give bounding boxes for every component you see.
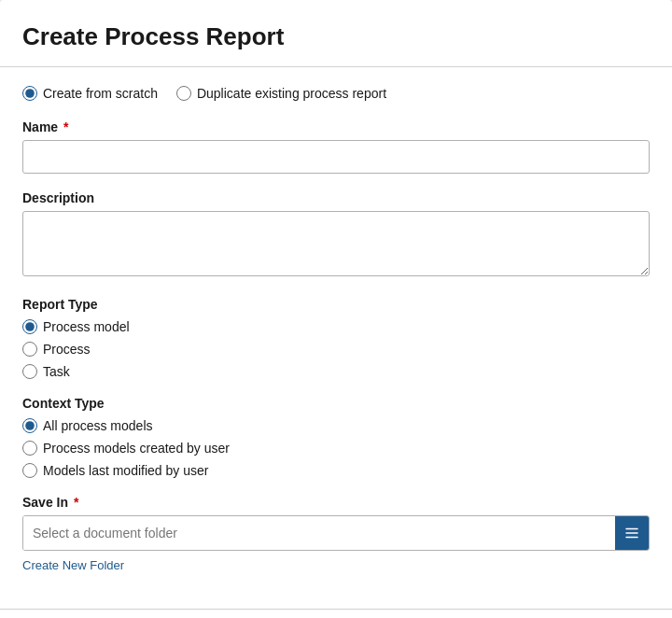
context-process-models-by-user-radio[interactable] bbox=[22, 441, 37, 456]
report-type-process-label: Process bbox=[43, 342, 91, 357]
context-all-process-models[interactable]: All process models bbox=[22, 418, 650, 433]
svg-rect-0 bbox=[625, 528, 638, 530]
save-in-group: Save In * Create New Folder bbox=[22, 495, 650, 573]
create-from-scratch-label: Create from scratch bbox=[43, 86, 158, 101]
save-in-label: Save In * bbox=[22, 495, 650, 510]
modal-header: Create Process Report bbox=[0, 0, 672, 67]
name-required-indicator: * bbox=[60, 119, 68, 134]
modal-footer: CANCEL CREATE bbox=[0, 609, 672, 618]
create-process-report-modal: Create Process Report Create from scratc… bbox=[0, 0, 672, 618]
description-label: Description bbox=[22, 190, 650, 205]
creation-type-group: Create from scratch Duplicate existing p… bbox=[22, 86, 650, 101]
report-type-process-model-radio[interactable] bbox=[22, 319, 37, 334]
context-process-models-by-user[interactable]: Process models created by user bbox=[22, 441, 650, 456]
report-type-process[interactable]: Process bbox=[22, 342, 650, 357]
save-in-input[interactable] bbox=[23, 516, 615, 550]
context-all-process-models-radio[interactable] bbox=[22, 418, 37, 433]
duplicate-radio[interactable] bbox=[176, 86, 191, 101]
report-type-process-radio[interactable] bbox=[22, 342, 37, 357]
svg-rect-2 bbox=[625, 537, 638, 539]
report-type-group: Report Type Process model Process Task bbox=[22, 297, 650, 379]
context-models-last-modified-label: Models last modified by user bbox=[43, 463, 208, 478]
context-process-models-by-user-label: Process models created by user bbox=[43, 441, 230, 456]
name-input[interactable] bbox=[22, 140, 650, 174]
save-in-folder-icon-button[interactable] bbox=[615, 516, 649, 550]
description-field-group: Description bbox=[22, 190, 650, 280]
modal-body: Create from scratch Duplicate existing p… bbox=[0, 67, 672, 609]
context-type-options: All process models Process models create… bbox=[22, 418, 650, 478]
duplicate-option[interactable]: Duplicate existing process report bbox=[176, 86, 386, 101]
report-type-process-model[interactable]: Process model bbox=[22, 319, 650, 334]
save-in-required-indicator: * bbox=[70, 495, 78, 510]
create-new-folder-link[interactable]: Create New Folder bbox=[22, 558, 124, 572]
report-type-options: Process model Process Task bbox=[22, 319, 650, 379]
create-from-scratch-radio[interactable] bbox=[22, 86, 37, 101]
save-in-container bbox=[22, 515, 650, 551]
context-type-group: Context Type All process models Process … bbox=[22, 396, 650, 478]
name-field-group: Name * bbox=[22, 119, 650, 174]
context-models-last-modified-radio[interactable] bbox=[22, 463, 37, 478]
context-type-label: Context Type bbox=[22, 396, 650, 411]
create-from-scratch-option[interactable]: Create from scratch bbox=[22, 86, 158, 101]
report-type-process-model-label: Process model bbox=[43, 319, 130, 334]
report-type-task-radio[interactable] bbox=[22, 364, 37, 379]
list-icon bbox=[623, 525, 640, 541]
report-type-task[interactable]: Task bbox=[22, 364, 650, 379]
svg-rect-1 bbox=[625, 532, 638, 534]
context-all-process-models-label: All process models bbox=[43, 418, 153, 433]
duplicate-label: Duplicate existing process report bbox=[197, 86, 386, 101]
name-label: Name * bbox=[22, 119, 650, 134]
report-type-label: Report Type bbox=[22, 297, 650, 312]
context-models-last-modified[interactable]: Models last modified by user bbox=[22, 463, 650, 478]
report-type-task-label: Task bbox=[43, 364, 70, 379]
modal-title: Create Process Report bbox=[22, 22, 650, 51]
description-input[interactable] bbox=[22, 211, 650, 276]
